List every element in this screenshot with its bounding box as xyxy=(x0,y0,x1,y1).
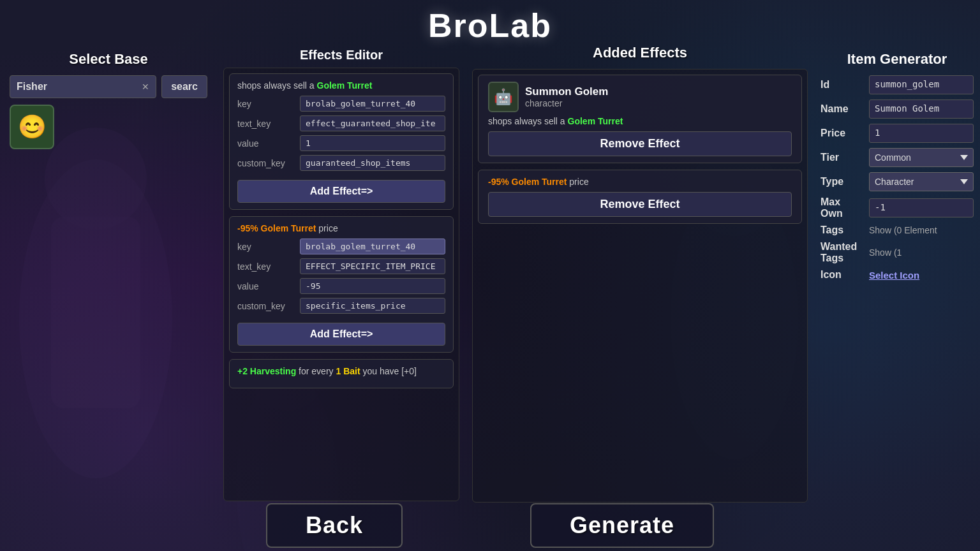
tags-label: Tags xyxy=(820,224,865,236)
wanted-tags-label: Wanted Tags xyxy=(820,241,865,264)
effect-1-field-key-row: key brolab_golem_turret_40 xyxy=(237,96,445,112)
tags-value[interactable]: Show (0 Element xyxy=(869,225,937,235)
effect-2-field-value-row: value -95 xyxy=(237,278,445,294)
price-input[interactable]: 1 xyxy=(869,124,974,143)
search-tag-input[interactable]: Fisher ✕ xyxy=(10,75,156,98)
type-dropdown-value: Character xyxy=(875,177,914,187)
effect-2-desc-prefix: -95% Golem Turret xyxy=(237,223,316,233)
effect-block-3: +2 Harvesting for every 1 Bait you have … xyxy=(229,359,454,388)
item-generator-title: Item Generator xyxy=(820,48,974,68)
id-input[interactable]: summon_golem xyxy=(869,75,974,94)
added-effect-2-suffix: price xyxy=(567,177,588,187)
added-effect-1-header: 🤖 Summon Golem character xyxy=(488,82,792,112)
added-effect-1-avatar: 🤖 xyxy=(488,82,519,112)
effect-block-1: shops always sell a Golem Turret key bro… xyxy=(229,73,454,210)
effect-1-field-textkey-row: text_key effect_guaranteed_shop_ite xyxy=(237,115,445,131)
search-row: Fisher ✕ searc xyxy=(10,75,207,98)
effect-2-field-textkey-row: text_key EFFECT_SPECIFIC_ITEM_PRICE xyxy=(237,258,445,274)
tags-row: Tags Show (0 Element xyxy=(820,224,974,236)
added-effect-2-prefix: -95% Golem Turret xyxy=(488,177,567,187)
maxown-label: Max Own xyxy=(820,196,865,219)
back-button[interactable]: Back xyxy=(266,503,403,548)
wanted-tags-row: Wanted Tags Show (1 xyxy=(820,241,974,264)
effect-1-desc-highlight: Golem Turret xyxy=(317,80,373,91)
remove-effect-btn-1[interactable]: Remove Effect xyxy=(488,131,792,156)
added-effect-1-detail: shops always sell a Golem Turret xyxy=(488,116,792,126)
effect-2-field-customkey-row: custom_key specific_items_price xyxy=(237,298,445,314)
icon-row: Icon Select Icon xyxy=(820,269,974,281)
effect-2-textkey-label: text_key xyxy=(237,261,295,272)
added-effect-1-type: character xyxy=(525,98,792,108)
effect-2-value-label: value xyxy=(237,281,295,291)
tier-row: Tier Common xyxy=(820,148,974,167)
effect-1-desc-prefix: shops always sell a xyxy=(237,80,317,91)
tier-dropdown[interactable]: Common xyxy=(869,148,974,167)
effect-1-textkey-value[interactable]: effect_guaranteed_shop_ite xyxy=(300,115,445,131)
effect-3-bait: 1 Bait xyxy=(336,366,360,376)
effect-2-desc-suffix: price xyxy=(316,223,338,233)
effect-2-description: -95% Golem Turret price xyxy=(237,223,445,233)
effects-editor-scroll[interactable]: shops always sell a Golem Turret key bro… xyxy=(223,68,459,501)
search-tag-clear-icon[interactable]: ✕ xyxy=(142,82,149,92)
app-title: BroLab xyxy=(0,6,980,45)
effect-1-value-label: value xyxy=(237,138,295,149)
search-tag-text: Fisher xyxy=(17,81,138,92)
maxown-row: Max Own -1 xyxy=(820,196,974,219)
effect-1-customkey-label: custom_key xyxy=(237,158,295,168)
effect-2-key-label: key xyxy=(237,242,295,252)
effect-2-textkey-value[interactable]: EFFECT_SPECIFIC_ITEM_PRICE xyxy=(300,258,445,274)
effect-1-description: shops always sell a Golem Turret xyxy=(237,80,445,91)
added-effects-panel: Added Effects 🤖 Summon Golem character s… xyxy=(466,45,814,551)
wanted-tags-value[interactable]: Show (1 xyxy=(869,247,902,258)
effect-2-field-key-row: key brolab_golem_turret_40 xyxy=(237,239,445,254)
effect-1-customkey-value[interactable]: guaranteed_shop_items xyxy=(300,155,445,171)
effect-2-key-value[interactable]: brolab_golem_turret_40 xyxy=(300,239,445,254)
bottom-bar: Back Generate xyxy=(0,500,980,551)
maxown-input[interactable]: -1 xyxy=(869,198,974,217)
price-label: Price xyxy=(820,128,865,139)
item-generator-panel: Item Generator Id summon_golem Name Summ… xyxy=(814,45,980,551)
added-effect-1-name: Summon Golem xyxy=(525,85,792,98)
type-row: Type Character xyxy=(820,172,974,191)
add-effect-btn-1[interactable]: Add Effect=> xyxy=(237,180,445,203)
effect-block-2: -95% Golem Turret price key brolab_golem… xyxy=(229,216,454,353)
added-effect-item-1: 🤖 Summon Golem character shops always se… xyxy=(478,75,802,163)
effect-3-mid: for every xyxy=(296,366,336,376)
generate-button[interactable]: Generate xyxy=(530,503,714,548)
effect-2-value-value[interactable]: -95 xyxy=(300,278,445,294)
search-button[interactable]: searc xyxy=(161,75,207,98)
effect-1-value-value[interactable]: 1 xyxy=(300,135,445,151)
price-row: Price 1 xyxy=(820,124,974,143)
effect-1-key-value[interactable]: brolab_golem_turret_40 xyxy=(300,96,445,112)
added-effect-1-avatar-icon: 🤖 xyxy=(494,88,513,106)
select-icon-button[interactable]: Select Icon xyxy=(869,270,919,281)
effect-3-description: +2 Harvesting for every 1 Bait you have … xyxy=(237,366,445,376)
effect-1-field-value-row: value 1 xyxy=(237,135,445,151)
select-base-panel: Select Base Fisher ✕ searc 😊 xyxy=(0,45,217,551)
icon-label: Icon xyxy=(820,269,865,281)
effect-2-customkey-value[interactable]: specific_items_price xyxy=(300,298,445,314)
added-effects-title: Added Effects xyxy=(472,45,808,61)
added-effect-1-detail-prefix: shops always sell a xyxy=(488,116,568,126)
type-dropdown[interactable]: Character xyxy=(869,172,974,191)
name-row: Name Summon Golem xyxy=(820,99,974,119)
avatar-emoji: 😊 xyxy=(18,114,47,140)
type-label: Type xyxy=(820,176,865,187)
added-effect-1-detail-highlight: Golem Turret xyxy=(568,116,623,126)
effects-editor-panel: Effects Editor shops always sell a Golem… xyxy=(217,45,466,551)
name-input[interactable]: Summon Golem xyxy=(869,99,974,119)
tier-dropdown-value: Common xyxy=(875,152,911,163)
effect-1-key-label: key xyxy=(237,99,295,109)
added-effect-1-info: Summon Golem character xyxy=(525,85,792,108)
add-effect-btn-2[interactable]: Add Effect=> xyxy=(237,323,445,346)
effects-editor-title: Effects Editor xyxy=(223,45,459,62)
added-effect-item-2: -95% Golem Turret price Remove Effect xyxy=(478,170,802,224)
added-effects-scroll[interactable]: 🤖 Summon Golem character shops always se… xyxy=(472,69,808,503)
character-avatar[interactable]: 😊 xyxy=(10,105,54,149)
effect-3-harvesting: +2 Harvesting xyxy=(237,366,296,376)
effect-3-suffix: you have [+0] xyxy=(360,366,417,376)
tier-label: Tier xyxy=(820,152,865,163)
remove-effect-btn-2[interactable]: Remove Effect xyxy=(488,192,792,217)
select-base-title: Select Base xyxy=(10,51,207,68)
effect-2-customkey-label: custom_key xyxy=(237,301,295,311)
